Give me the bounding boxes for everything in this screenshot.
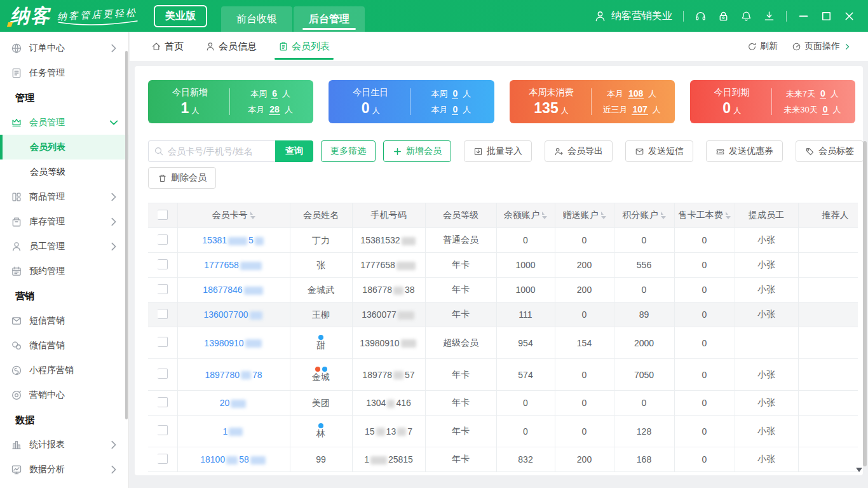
- sidebar-item-data-analysis[interactable]: 数据分析: [0, 457, 128, 482]
- backend-admin-tab[interactable]: 后台管理: [294, 6, 365, 32]
- member-card-no[interactable]: 20: [177, 391, 290, 416]
- maximize-button[interactable]: [820, 10, 832, 22]
- sidebar-item-sms-marketing[interactable]: 短信营销: [0, 308, 128, 333]
- week-no-consume-card[interactable]: 本周未消费135人本月108人近三月107人: [510, 80, 675, 123]
- row-checkbox[interactable]: [158, 369, 168, 379]
- sort-icon[interactable]: [726, 212, 731, 219]
- column-header[interactable]: 积分账户: [614, 203, 674, 228]
- sidebar-item-miniprogram-marketing[interactable]: 小程序营销: [0, 358, 128, 383]
- sidebar-item-booking-management[interactable]: 预约管理: [0, 259, 128, 283]
- member-name: 丁力: [290, 228, 352, 253]
- column-header: 会员等级: [425, 203, 496, 228]
- bell-icon[interactable]: [740, 10, 752, 22]
- gift-account: 200: [555, 278, 614, 302]
- row-checkbox[interactable]: [158, 284, 168, 294]
- tab-member-info[interactable]: 会员信息: [205, 32, 257, 61]
- table-row[interactable]: 18677846金城武18677838年卡100020000小张: [148, 278, 858, 302]
- sidebar-item-task-management[interactable]: 任务管理: [0, 60, 128, 85]
- scroll-down-arrow[interactable]: [856, 468, 862, 475]
- table-row[interactable]: 1林15137年卡001280小张: [148, 416, 858, 447]
- table-row[interactable]: 153815丁力15381532普通会员0000小张: [148, 228, 858, 253]
- member-card-no[interactable]: 189778078: [177, 359, 290, 391]
- select-all-checkbox[interactable]: [158, 210, 168, 220]
- member-tag-dots: [315, 367, 327, 372]
- front-cashier-tab[interactable]: 前台收银: [221, 6, 292, 32]
- row-checkbox[interactable]: [158, 397, 168, 407]
- page-actions-button[interactable]: 页面操作: [792, 41, 851, 52]
- send-coupon-button[interactable]: 发送优惠券: [706, 140, 783, 162]
- table-row[interactable]: 181005899125815年卡8322001680小张: [148, 447, 858, 472]
- points-account: 2000: [614, 327, 674, 359]
- member-card-no[interactable]: 18677846: [177, 278, 290, 302]
- sort-icon[interactable]: [661, 212, 666, 219]
- table-row[interactable]: 136007700王柳1360077年卡1110890小张: [148, 302, 858, 327]
- redacted-text: [226, 456, 238, 464]
- tab-home[interactable]: 首页: [151, 32, 184, 61]
- referrer: [798, 391, 858, 416]
- minimize-button[interactable]: [797, 10, 810, 22]
- member-card-no[interactable]: 153815: [177, 228, 290, 253]
- add-member-button[interactable]: 新增会员: [383, 140, 451, 162]
- table-row[interactable]: 189778078金城18977857年卡574070500小张: [148, 359, 858, 391]
- sidebar-item-member-level[interactable]: 会员等级: [0, 159, 128, 184]
- member-card-no[interactable]: 13980910: [177, 327, 290, 359]
- sidebar-section-data: 数据: [0, 407, 128, 432]
- sort-icon[interactable]: [601, 212, 606, 219]
- gauge-icon: [792, 42, 801, 51]
- tab-member-list[interactable]: 会员列表: [278, 32, 330, 61]
- download-icon[interactable]: [763, 10, 775, 22]
- lock-icon[interactable]: [717, 10, 729, 22]
- headset-icon[interactable]: [695, 10, 707, 22]
- sidebar-item-marketing-center[interactable]: 营销中心: [0, 383, 128, 407]
- chart-icon: [11, 439, 22, 451]
- sidebar-item-wechat-marketing[interactable]: 微信营销: [0, 333, 128, 358]
- sidebar-item-staff-management[interactable]: 员工管理: [0, 234, 128, 259]
- points-account: 0: [614, 391, 674, 416]
- member-card-no[interactable]: 1777658: [177, 253, 290, 278]
- sidebar-scrollbar[interactable]: [125, 51, 128, 419]
- plus-icon: [393, 147, 402, 156]
- sort-icon[interactable]: [250, 212, 255, 219]
- send-sms-button[interactable]: 发送短信: [625, 140, 693, 162]
- member-card-no[interactable]: 136007700: [177, 302, 290, 327]
- column-header[interactable]: 余额账户: [496, 203, 555, 228]
- row-checkbox[interactable]: [158, 309, 168, 319]
- member-tag-button[interactable]: 会员标签: [796, 140, 863, 162]
- sidebar-item-statistics-report[interactable]: 统计报表: [0, 432, 128, 457]
- column-header[interactable]: 售卡工本费: [674, 203, 735, 228]
- column-header[interactable]: 会员卡号: [177, 203, 290, 228]
- account-menu[interactable]: 纳客营销美业: [594, 10, 672, 23]
- redacted-text: [397, 428, 406, 436]
- today-new-card[interactable]: 今日新增1人本周6人本月28人: [148, 80, 313, 123]
- row-checkbox[interactable]: [158, 425, 168, 435]
- sidebar-item-order-center[interactable]: 订单中心: [0, 36, 128, 60]
- search-button[interactable]: 查询: [275, 140, 313, 162]
- delete-member-button[interactable]: 删除会员: [148, 167, 216, 189]
- sidebar-item-member-list[interactable]: 会员列表: [0, 135, 128, 159]
- row-checkbox[interactable]: [158, 234, 168, 245]
- member-card-no[interactable]: 1810058: [177, 447, 290, 472]
- window-scrollbar[interactable]: [863, 141, 867, 466]
- today-birthday-card[interactable]: 今日生日0人本周0人本月0人: [329, 80, 494, 123]
- batch-import-button[interactable]: 批量导入: [464, 140, 532, 162]
- sidebar-item-member-management[interactable]: 会员管理: [0, 110, 128, 135]
- sidebar-item-goods-management[interactable]: 商品管理: [0, 184, 128, 209]
- member-export-button[interactable]: 会员导出: [545, 140, 613, 162]
- table-row[interactable]: 13980910甜13980910超级会员95415420000: [148, 327, 858, 359]
- more-filter-button[interactable]: 更多筛选: [321, 140, 376, 162]
- sidebar-item-inventory-management[interactable]: 库存管理: [0, 209, 128, 234]
- edition-badge[interactable]: 美业版: [154, 5, 207, 27]
- row-checkbox[interactable]: [158, 337, 168, 347]
- close-button[interactable]: [843, 10, 855, 22]
- today-expire-card[interactable]: 今日到期0人未来7天0人未来30天0人: [690, 80, 855, 123]
- search-input[interactable]: [148, 140, 275, 162]
- row-checkbox[interactable]: [158, 454, 168, 464]
- row-checkbox[interactable]: [158, 259, 168, 269]
- table-row[interactable]: 20美团1304416年卡0000小张: [148, 391, 858, 416]
- refresh-button[interactable]: 刷新: [747, 41, 778, 52]
- column-header[interactable]: 赠送账户: [555, 203, 614, 228]
- member-card-no[interactable]: 1: [177, 416, 290, 447]
- sort-icon[interactable]: [542, 212, 547, 219]
- refresh-icon: [747, 42, 757, 51]
- table-row[interactable]: 1777658张1777658年卡10002005560小张: [148, 253, 858, 278]
